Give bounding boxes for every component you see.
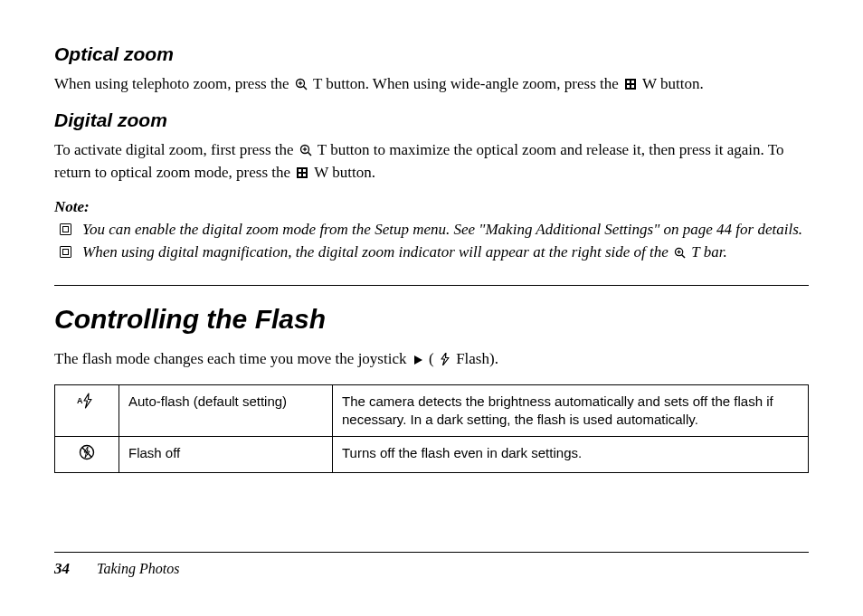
bullet-icon — [60, 223, 71, 235]
svg-rect-7 — [627, 85, 630, 88]
svg-text:A: A — [77, 396, 83, 405]
note-item: You can enable the digital zoom mode fro… — [54, 220, 809, 241]
flash-mode-icon-cell — [55, 437, 119, 473]
page-footer: 34 Taking Photos — [54, 552, 809, 578]
text: W button. — [314, 164, 375, 181]
svg-rect-5 — [627, 81, 630, 83]
text: ( — [429, 350, 434, 367]
text: When using digital magnification, the di… — [82, 243, 672, 261]
flash-modes-table: A Auto-flash (default setting) The camer… — [54, 384, 809, 474]
manual-page: Optical zoom When using telephoto zoom, … — [0, 0, 863, 616]
svg-line-10 — [308, 152, 311, 156]
bullet-icon — [60, 246, 71, 258]
svg-rect-4 — [625, 79, 636, 90]
svg-line-19 — [682, 254, 685, 257]
note-text: You can enable the digital zoom mode fro… — [82, 220, 802, 241]
flash-mode-name: Auto-flash (default setting) — [119, 384, 333, 437]
table-row: Flash off Turns off the flash even in da… — [55, 437, 809, 473]
flash-mode-desc: The camera detects the brightness automa… — [333, 384, 809, 437]
text: When using telephoto zoom, press the — [54, 75, 293, 92]
svg-marker-23 — [441, 353, 449, 365]
zoom-grid-icon — [624, 76, 637, 97]
text: T button. When using wide-angle zoom, pr… — [313, 75, 622, 92]
page-number: 34 — [54, 560, 70, 577]
paragraph-digital-zoom: To activate digital zoom, first press th… — [54, 140, 809, 185]
text: The flash mode changes each time you mov… — [54, 350, 411, 367]
paragraph-optical-zoom: When using telephoto zoom, press the T b… — [54, 74, 809, 97]
text: W button. — [642, 75, 704, 92]
flash-mode-desc: Turns off the flash even in dark setting… — [333, 437, 809, 473]
svg-marker-25 — [84, 393, 91, 408]
note-item: When using digital magnification, the di… — [54, 242, 809, 265]
svg-line-1 — [303, 86, 307, 90]
flash-mode-name: Flash off — [119, 437, 333, 473]
table-row: A Auto-flash (default setting) The camer… — [55, 384, 809, 437]
heading-digital-zoom: Digital zoom — [54, 109, 809, 131]
paragraph-flash-intro: The flash mode changes each time you mov… — [54, 349, 809, 372]
svg-rect-8 — [631, 85, 634, 88]
section-rule — [54, 285, 809, 286]
play-right-icon — [413, 351, 423, 372]
svg-marker-22 — [414, 355, 422, 365]
flash-mode-icon-cell: A — [55, 384, 119, 437]
svg-rect-15 — [303, 169, 306, 172]
flash-icon — [440, 351, 450, 372]
text: To activate digital zoom, first press th… — [54, 141, 298, 158]
svg-rect-14 — [299, 169, 301, 172]
text: Flash). — [456, 350, 498, 367]
svg-rect-17 — [303, 174, 306, 176]
svg-rect-6 — [631, 81, 634, 83]
auto-flash-icon: A — [77, 393, 97, 413]
note-text: When using digital magnification, the di… — [82, 242, 727, 265]
zoom-in-icon — [674, 244, 686, 265]
zoom-grid-icon — [296, 165, 308, 185]
svg-rect-16 — [299, 174, 301, 176]
text: T bar. — [691, 243, 726, 261]
note-label: Note: — [54, 198, 809, 216]
heading-controlling-flash: Controlling the Flash — [54, 304, 809, 335]
zoom-in-icon — [299, 142, 312, 163]
heading-optical-zoom: Optical zoom — [54, 43, 809, 65]
svg-rect-13 — [297, 167, 308, 178]
flash-off-icon — [79, 444, 95, 465]
zoom-in-icon — [295, 76, 308, 97]
footer-section-title: Taking Photos — [97, 561, 179, 576]
